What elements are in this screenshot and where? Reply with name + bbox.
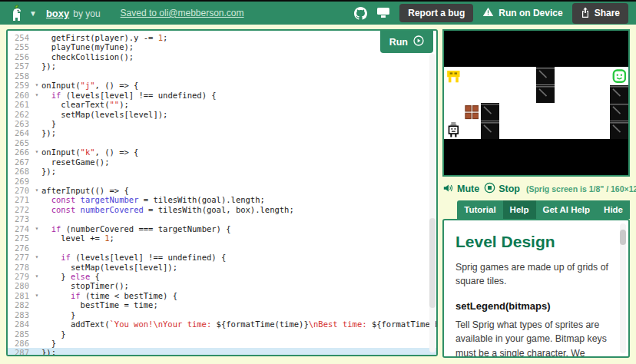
code-line[interactable]: 280 stopTimer(); <box>8 281 436 290</box>
wall-sprite <box>610 121 628 140</box>
stop-icon <box>484 182 495 196</box>
code-line[interactable]: 270▾afterInput(() => { <box>8 186 436 195</box>
code-lines[interactable]: 254 getFirst(player).y -= 1;255 playTune… <box>8 31 436 356</box>
saved-link[interactable]: Saved to oli@mebberson.com <box>121 8 244 18</box>
speaker-icon <box>442 183 454 196</box>
wall-band <box>444 157 628 176</box>
code-line[interactable]: 259▾onInput("j", () => { <box>8 81 436 90</box>
tutorial-scrollbar[interactable] <box>620 223 626 353</box>
code-line[interactable]: 272 const numberCovered = tilesWith(goal… <box>8 205 436 214</box>
stop-button[interactable]: Stop <box>484 182 520 196</box>
run-on-device-button[interactable]: Run on Device <box>482 7 562 19</box>
code-line[interactable]: 254 getFirst(player).y -= 1; <box>8 33 436 42</box>
code-line[interactable]: 268}); <box>8 167 436 176</box>
box-sprite <box>462 103 481 121</box>
code-line[interactable]: 284 addText(`You won!\nYour time: ${form… <box>8 319 436 329</box>
code-line[interactable]: 287}); <box>8 348 436 356</box>
wall-band <box>444 139 628 157</box>
code-line[interactable]: 258 <box>8 71 436 81</box>
panel-tabs: TutorialHelpGet AI HelpHide <box>442 200 630 219</box>
wall-sprite <box>481 103 499 121</box>
report-bug-button[interactable]: Report a bug <box>399 4 473 22</box>
code-line[interactable]: 276 <box>8 243 436 253</box>
tab-help[interactable]: Help <box>503 200 536 219</box>
chevron-down-icon[interactable]: ▼ <box>29 9 37 18</box>
mute-button[interactable]: Mute <box>442 183 479 196</box>
project-title[interactable]: boxy <box>46 8 69 19</box>
tab-tutorial[interactable]: Tutorial <box>457 200 502 219</box>
code-line[interactable]: 263 } <box>8 119 436 128</box>
github-icon[interactable] <box>354 7 367 20</box>
code-line[interactable]: 278 setMap(levels[level]); <box>8 263 436 272</box>
code-line[interactable]: 264}); <box>8 128 436 137</box>
editor-scrollbar[interactable] <box>429 54 436 352</box>
code-line[interactable]: 261 clearText(""); <box>8 100 436 109</box>
wall-sprite <box>536 67 555 85</box>
tab-get-ai-help[interactable]: Get AI Help <box>536 200 598 219</box>
code-line[interactable]: 285 } <box>8 329 436 339</box>
header: ▼ boxyby you Saved to oli@mebberson.com … <box>0 0 636 25</box>
tutorial-title: Level Design <box>455 233 614 251</box>
code-line[interactable]: 273 <box>8 214 436 223</box>
code-line[interactable]: 262 setMap(levels[level]); <box>8 110 436 119</box>
code-line[interactable]: 283 } <box>8 310 436 319</box>
code-line[interactable]: 277▾ if (levels[level] !== undefined) { <box>8 253 436 262</box>
play-icon <box>413 35 424 48</box>
code-line[interactable]: 256 checkCollision(); <box>8 52 436 61</box>
project-byline: by you <box>73 8 100 19</box>
player-sprite <box>444 121 462 140</box>
code-line[interactable]: 266▾onInput("k", () => { <box>8 147 436 157</box>
tutorial-paragraph: Sprig games are made up of grids of squa… <box>455 260 614 289</box>
wall-band <box>444 31 628 49</box>
code-line[interactable]: 255 playTune(myTune); <box>8 42 436 51</box>
goal-sprite <box>444 67 462 85</box>
code-line[interactable]: 281▾ if (time < bestTime) { <box>8 291 436 300</box>
wall-sprite <box>481 121 499 140</box>
wall-band <box>444 49 628 68</box>
wall-sprite <box>610 103 628 121</box>
code-line[interactable]: 267 resetGame(); <box>8 157 436 167</box>
warning-icon <box>482 7 494 19</box>
device-screen-icon[interactable] <box>376 7 390 19</box>
run-button[interactable]: Run <box>380 31 433 53</box>
code-line[interactable]: 260▾ if (levels[level] !== undefined) { <box>8 91 436 100</box>
code-editor[interactable]: 254 getFirst(player).y -= 1;255 playTune… <box>6 29 438 356</box>
dino-logo-icon[interactable] <box>8 4 25 22</box>
right-panel: Mute Stop (Sprig screen is 1/8" / 160×12… <box>442 29 630 358</box>
tutorial-paragraph: Tell Sprig what types of sprites are ava… <box>455 318 614 358</box>
code-line[interactable]: 286 } <box>8 339 436 348</box>
game-screen[interactable] <box>442 29 630 177</box>
share-icon <box>581 7 590 20</box>
wall-sprite <box>536 85 555 104</box>
share-button[interactable]: Share <box>572 3 628 24</box>
screen-size-caption: (Sprig screen is 1/8" / 160×128 px) <box>526 184 636 194</box>
code-line[interactable]: 282 bestTime = time; <box>8 300 436 309</box>
tutorial-subheading: setLegend(bitmaps) <box>455 300 614 312</box>
wall-sprite <box>610 85 628 104</box>
code-line[interactable]: 271 const targetNumber = tilesWith(goal)… <box>8 195 436 204</box>
code-line[interactable]: 257}); <box>8 61 436 71</box>
code-line[interactable]: 269 <box>8 177 436 186</box>
game-controls: Mute Stop (Sprig screen is 1/8" / 160×12… <box>442 179 630 199</box>
code-line[interactable]: 265 <box>8 138 436 147</box>
code-line[interactable]: 279▾ } else { <box>8 272 436 281</box>
code-line[interactable]: 274▾ if (numberCovered === targetNumber)… <box>8 224 436 233</box>
tab-hide[interactable]: Hide <box>597 200 630 219</box>
tutorial-card: Level Design Sprig games are made up of … <box>442 219 630 358</box>
code-line[interactable]: 275 level += 1; <box>8 233 436 243</box>
smiley-sprite <box>610 67 628 85</box>
